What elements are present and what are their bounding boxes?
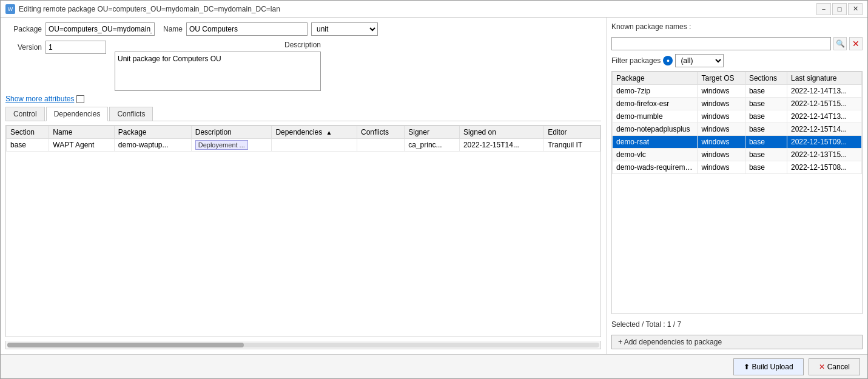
pkg-cell-os: windows (698, 136, 745, 149)
cell-dependencies (272, 139, 357, 152)
minimize-button[interactable]: − (816, 3, 831, 15)
pkg-cell-os: windows (698, 123, 745, 136)
filter-select[interactable]: (all) base restricted (675, 54, 724, 67)
pkg-cell-name: demo-wads-requireme... (613, 161, 698, 174)
pkg-cell-sig: 2022-12-13T15... (787, 149, 862, 161)
version-desc-row: Version Description Unit package for Com… (5, 41, 601, 91)
selected-total: Selected / Total : 1 / 7 (611, 320, 863, 329)
pkg-cell-section: base (745, 110, 787, 123)
cell-signed-on: 2022-12-15T14... (459, 139, 543, 152)
main-content: Package Name unit base group Version (1, 18, 867, 354)
cancel-icon: ✕ (819, 363, 825, 371)
pkg-cell-name: demo-rsat (613, 136, 698, 149)
col-dependencies[interactable]: Dependencies ▲ (272, 126, 357, 139)
cell-editor: Tranquil IT (544, 139, 601, 152)
list-item[interactable]: demo-rsat windows base 2022-12-15T09... (613, 136, 862, 149)
cell-conflicts (357, 139, 404, 152)
pkg-cell-os: windows (698, 149, 745, 161)
package-label: Package (5, 25, 42, 33)
pkg-cell-section: base (745, 123, 787, 136)
col-section: Section (7, 126, 49, 139)
list-item[interactable]: demo-7zip windows base 2022-12-14T13... (613, 85, 862, 98)
pkg-cell-section: base (745, 98, 787, 110)
list-item[interactable]: demo-mumble windows base 2022-12-14T13..… (613, 110, 862, 123)
search-row: 🔍 ✕ (611, 37, 863, 50)
pkg-cell-sig: 2022-12-15T15... (787, 98, 862, 110)
title-bar: W Editing remote package OU=computers_OU… (1, 1, 867, 18)
build-upload-button[interactable]: ⬆ Build Upload (733, 358, 804, 375)
build-upload-icon: ⬆ (744, 363, 750, 371)
show-more-checkbox[interactable] (76, 95, 84, 103)
cell-section: base (7, 139, 49, 152)
show-more-row[interactable]: Show more attributes (5, 95, 601, 103)
col-conflicts: Conflicts (357, 126, 404, 139)
search-button[interactable]: 🔍 (833, 37, 847, 50)
scrollbar-thumb[interactable] (7, 343, 244, 347)
show-more-label: Show more attributes (5, 95, 74, 103)
known-packages-label: Known package names : (611, 22, 863, 31)
pkg-cell-name: demo-7zip (613, 85, 698, 98)
list-item[interactable]: demo-firefox-esr windows base 2022-12-15… (613, 98, 862, 110)
pkg-cell-name: demo-notepadplusplus (613, 123, 698, 136)
pkg-cell-os: windows (698, 161, 745, 174)
pkg-cell-section: base (745, 149, 787, 161)
pkg-cell-section: base (745, 161, 787, 174)
add-dependencies-button[interactable]: + Add dependencies to package (611, 335, 863, 349)
footer: ⬆ Build Upload ✕ Cancel (1, 354, 867, 378)
package-input[interactable] (45, 22, 155, 36)
dependencies-table-container: Section Name Package Description Depende… (5, 125, 601, 337)
package-row: Package Name unit base group (5, 22, 601, 36)
col-signed-on: Signed on (459, 126, 543, 139)
filter-label: Filter packages (611, 56, 661, 65)
col-description: Description (191, 126, 272, 139)
tab-conflicts[interactable]: Conflicts (109, 107, 153, 121)
col-package: Package (114, 126, 191, 139)
pkg-cell-os: windows (698, 85, 745, 98)
pkg-cell-sig: 2022-12-15T14... (787, 123, 862, 136)
pkg-col-sig: Last signature (787, 72, 862, 85)
cancel-label: Cancel (827, 363, 850, 371)
tab-dependencies[interactable]: Dependencies (46, 107, 109, 121)
pkg-cell-name: demo-vlc (613, 149, 698, 161)
name-label: Name (158, 25, 183, 33)
version-row: Version (5, 41, 106, 54)
horizontal-scrollbar[interactable] (5, 341, 601, 349)
tabs-row: Control Dependencies Conflicts (5, 107, 601, 121)
tab-control[interactable]: Control (5, 107, 45, 121)
cell-name: WAPT Agent (49, 139, 114, 152)
name-input[interactable] (186, 22, 308, 36)
list-item[interactable]: demo-vlc windows base 2022-12-13T15... (613, 149, 862, 161)
clear-button[interactable]: ✕ (849, 37, 863, 50)
filter-icon: ● (663, 56, 673, 65)
scrollbar-track (7, 343, 599, 347)
cell-signer: ca_princ... (405, 139, 460, 152)
version-label: Version (5, 43, 42, 52)
list-item[interactable]: demo-notepadplusplus windows base 2022-1… (613, 123, 862, 136)
window-title: Editing remote package OU=computers_OU=m… (19, 5, 280, 13)
version-input[interactable] (45, 41, 106, 54)
pkg-col-sections: Sections (745, 72, 787, 85)
pkg-cell-section: base (745, 85, 787, 98)
package-table: Package Target OS Sections Last signatur… (612, 72, 862, 174)
cell-description: Deployement ... (191, 139, 272, 152)
app-icon: W (5, 4, 15, 14)
form-area: Package Name unit base group Version (5, 22, 601, 91)
list-item[interactable]: demo-wads-requireme... windows base 2022… (613, 161, 862, 174)
sort-arrow: ▲ (326, 129, 332, 136)
pkg-col-package: Package (613, 72, 698, 85)
maximize-button[interactable]: □ (832, 3, 847, 15)
right-panel: Known package names : 🔍 ✕ Filter package… (607, 18, 867, 354)
cancel-button[interactable]: ✕ Cancel (809, 358, 860, 375)
type-select[interactable]: unit base group (311, 22, 378, 36)
pkg-cell-sig: 2022-12-15T09... (787, 136, 862, 149)
title-bar-buttons: − □ ✕ (816, 3, 863, 15)
pkg-cell-section: base (745, 136, 787, 149)
cell-package: demo-waptup... (114, 139, 191, 152)
search-input[interactable] (611, 37, 831, 50)
description-textarea[interactable]: Unit package for Computers OU (115, 52, 321, 91)
close-button[interactable]: ✕ (848, 3, 863, 15)
table-row[interactable]: base WAPT Agent demo-waptup... Deployeme… (7, 139, 601, 152)
pkg-cell-sig: 2022-12-14T13... (787, 85, 862, 98)
pkg-cell-sig: 2022-12-15T08... (787, 161, 862, 174)
col-editor: Editor (544, 126, 601, 139)
